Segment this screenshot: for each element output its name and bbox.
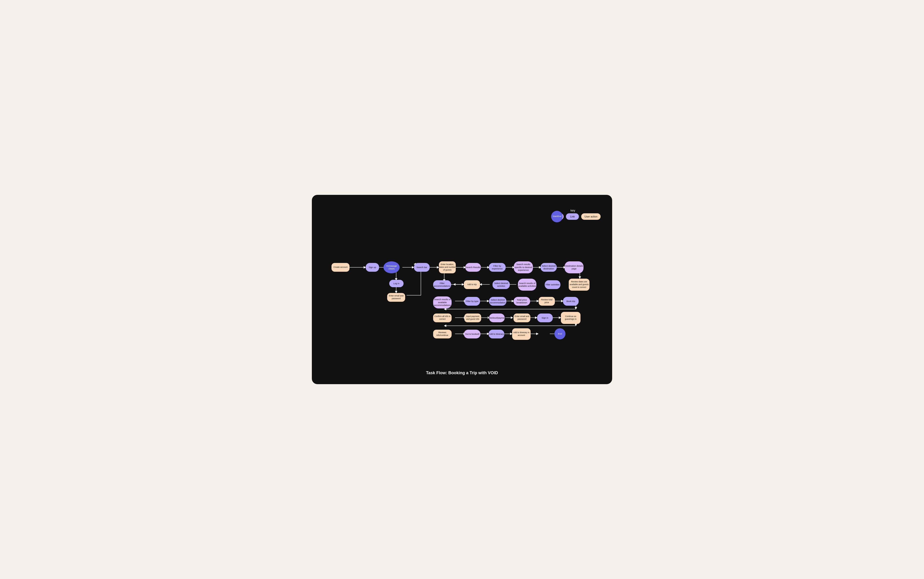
node-select-desired-accommodation: Select desired accommodation: [489, 297, 506, 306]
node-sign-up: Sign up: [366, 263, 379, 272]
node-enter-location: Enter location, dates and number of gues…: [439, 261, 456, 273]
node-filter-by-type: Filter by type: [464, 297, 480, 306]
node-continue-guest: Continue as guest/sign in: [561, 312, 580, 324]
node-search-bar: Search bar: [414, 263, 430, 272]
node-add-to-itinerary: Add to itinerary: [488, 330, 504, 339]
node-search-results-accommodations: Search results of available accommodatio…: [433, 296, 452, 308]
node-sign-in: Sign in: [537, 314, 553, 322]
node-destination-details: Destination details page: [565, 261, 583, 273]
node-search-results: Search Results: [465, 263, 481, 272]
node-total-price-breakdown: Total price breakdown: [513, 297, 530, 306]
node-review-total-price: Review total price: [539, 297, 555, 306]
node-add-to-itinerary-account: Add to itinerary in account: [512, 328, 531, 340]
node-enter-email-password1: Enter email and password: [387, 293, 405, 302]
node-end: End: [554, 328, 565, 339]
node-reviews-info: Reviews info/continue: [433, 330, 452, 339]
node-search-results-specific: Search results specific to desired exper…: [514, 261, 533, 273]
key-items: Start/End Page Link User action: [551, 213, 601, 220]
device-frame: key Start/End Page Link User action Crea…: [312, 195, 612, 384]
key-link: Link: [566, 213, 579, 220]
key-start-end: Start/End: [551, 211, 563, 222]
node-input-payment: Input payment and guest info: [464, 314, 481, 322]
canvas: key Start/End Page Link User action Crea…: [319, 202, 605, 379]
node-filter-accommodations: Filter accommodations: [433, 280, 451, 289]
node-enter-email-password2: Enter email and password: [513, 314, 530, 322]
node-homepage: Homepage (Start): [383, 261, 400, 273]
key-user-action: User action: [581, 213, 601, 220]
connectors: [319, 202, 605, 379]
key-label: key: [570, 209, 575, 212]
node-confirm-info: Confirm all info is correct: [433, 314, 452, 322]
page-title: Task Flow: Booking a Trip with VOID: [426, 371, 498, 375]
node-book-trip: Book trip: [563, 297, 579, 306]
node-review-dates: Review dates are available and guests co…: [569, 279, 590, 291]
node-filter-experience: Filter by experience: [489, 263, 506, 272]
node-add-to-trip: Add to trip: [464, 280, 480, 289]
node-log-in: Log in: [389, 280, 403, 287]
node-create-account: Create account: [331, 263, 349, 272]
node-filter-activities: Filter activities: [545, 280, 560, 289]
node-search-results-activities: Search results of available activities: [518, 279, 536, 291]
node-select-desired-destination: Select desired destination: [541, 263, 557, 272]
node-youre-booked: You're booked!: [464, 330, 480, 339]
node-checkout: Checkout/payment: [489, 314, 505, 322]
node-select-desired-activities: Select desired activites: [493, 280, 510, 289]
